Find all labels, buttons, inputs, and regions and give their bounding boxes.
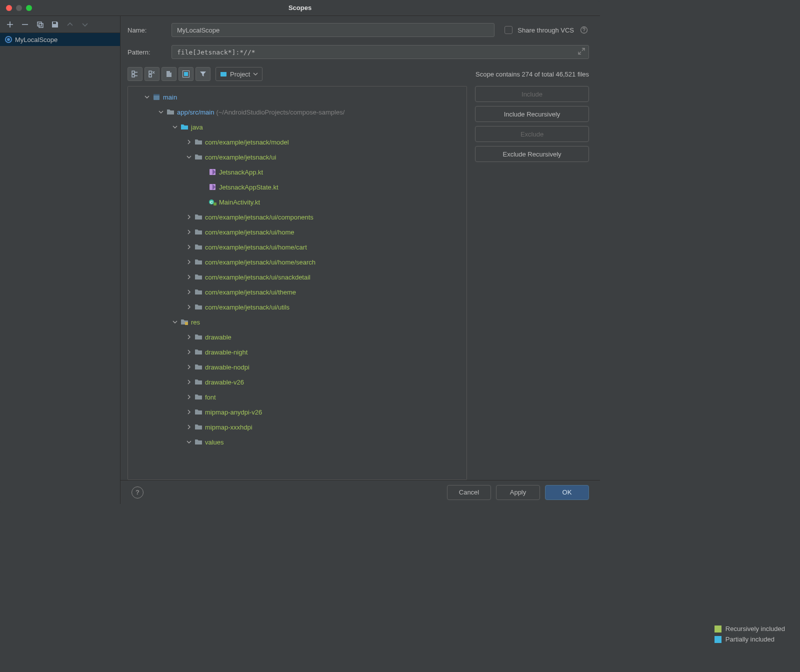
collapse-all-button[interactable] [144, 67, 160, 81]
name-label: Name: [128, 26, 166, 34]
chevron-right-icon[interactable] [185, 213, 193, 221]
tree-path-suffix: (~/AndroidStudioProjects/compose-samples… [216, 108, 344, 116]
tree-node[interactable]: app/src/main(~/AndroidStudioProjects/com… [128, 104, 466, 120]
folder-icon [194, 272, 203, 282]
chevron-down-icon[interactable] [171, 318, 179, 326]
scopes-dialog: Scopes MyLocalScope Name: [0, 0, 600, 504]
include-button[interactable]: Include [475, 86, 589, 102]
tree-node[interactable]: mipmap-xxxhdpi [128, 420, 466, 434]
ok-button[interactable]: OK [545, 485, 589, 500]
folder-icon [194, 138, 203, 146]
tree-node[interactable]: JetsnackApp.kt [128, 164, 466, 180]
share-vcs-checkbox[interactable] [504, 26, 512, 34]
chevron-right-icon[interactable] [185, 348, 193, 356]
folder-icon [194, 288, 203, 296]
tree-node[interactable]: JetsnackAppState.kt [128, 180, 466, 194]
filter-button[interactable] [196, 67, 210, 81]
help-icon[interactable] [579, 24, 589, 36]
chevron-down-icon[interactable] [185, 438, 193, 446]
tree-label: com/example/jetsnack/ui/home/search [205, 258, 316, 266]
include-recursively-button[interactable]: Include Recursively [475, 106, 589, 122]
remove-button[interactable] [18, 18, 32, 31]
tree-node[interactable]: com/example/jetsnack/ui [128, 150, 466, 164]
tree-node[interactable]: com/example/jetsnack/model [128, 134, 466, 150]
chevron-right-icon[interactable] [185, 378, 193, 386]
tree-node[interactable]: drawable-night [128, 344, 466, 360]
folder-icon [194, 302, 203, 312]
tree-label: font [205, 394, 216, 401]
tree-node[interactable]: drawable-v26 [128, 374, 466, 390]
chevron-down-icon[interactable] [143, 93, 151, 101]
chevron-down-icon[interactable] [171, 123, 179, 131]
folder-icon [194, 258, 203, 266]
activity-icon: C [208, 198, 217, 206]
chevron-right-icon[interactable] [185, 363, 193, 371]
chevron-down-icon[interactable] [157, 108, 165, 116]
cancel-button[interactable]: Cancel [447, 485, 491, 500]
tree-label: main [163, 94, 177, 101]
tree-label: com/example/jetsnack/ui/utils [205, 304, 290, 311]
tree-node[interactable]: com/example/jetsnack/ui/theme [128, 284, 466, 300]
chevron-right-icon[interactable] [185, 423, 193, 431]
help-button[interactable]: ? [132, 486, 144, 498]
chevron-right-icon[interactable] [185, 288, 193, 296]
scope-combo[interactable]: Project [216, 67, 262, 81]
chevron-right-icon[interactable] [185, 393, 193, 401]
svg-rect-9 [220, 72, 226, 73]
expand-all-button[interactable] [128, 67, 142, 81]
scope-stats: Scope contains 274 of total 46,521 files [476, 70, 589, 78]
chevron-right-icon[interactable] [185, 243, 193, 251]
svg-point-3 [584, 32, 584, 32]
exclude-recursively-button[interactable]: Exclude Recursively [475, 146, 589, 162]
save-button[interactable] [48, 18, 62, 31]
chevron-down-icon[interactable] [185, 153, 193, 161]
svg-rect-0 [38, 22, 42, 26]
chevron-right-icon[interactable] [185, 138, 193, 146]
add-button[interactable] [3, 18, 17, 31]
tree-node[interactable]: com/example/jetsnack/ui/home [128, 224, 466, 240]
name-input[interactable] [172, 23, 494, 37]
tree-node[interactable]: com/example/jetsnack/ui/utils [128, 300, 466, 314]
tree-node[interactable]: CMainActivity.kt [128, 194, 466, 210]
tree-node[interactable]: font [128, 390, 466, 404]
copy-button[interactable] [33, 18, 47, 31]
tree-node[interactable]: com/example/jetsnack/ui/snackdetail [128, 270, 466, 284]
tree-label: com/example/jetsnack/ui/theme [205, 288, 296, 296]
tree-label: mipmap-anydpi-v26 [205, 408, 262, 416]
tree-node[interactable]: drawable-nodpi [128, 360, 466, 374]
pattern-input[interactable] [172, 45, 589, 59]
scope-list: MyLocalScope [0, 33, 120, 504]
tree-label: com/example/jetsnack/ui/snackdetail [205, 274, 310, 281]
tree-node[interactable]: com/example/jetsnack/ui/components [128, 210, 466, 224]
chevron-right-icon[interactable] [185, 303, 193, 311]
exclude-button[interactable]: Exclude [475, 126, 589, 142]
tree-node[interactable]: mipmap-anydpi-v26 [128, 404, 466, 420]
svg-rect-5 [149, 71, 152, 74]
sidebar-toolbar [0, 16, 120, 33]
file-tree[interactable]: mainapp/src/main(~/AndroidStudioProjects… [128, 86, 467, 480]
folder-icon [166, 108, 175, 116]
chevron-right-icon[interactable] [185, 408, 193, 416]
tree-node[interactable]: com/example/jetsnack/ui/home/cart [128, 240, 466, 254]
scope-item[interactable]: MyLocalScope [0, 33, 120, 46]
chevron-right-icon[interactable] [185, 228, 193, 236]
tree-node[interactable]: java [128, 120, 466, 134]
chevron-right-icon[interactable] [185, 333, 193, 341]
tree-node[interactable]: main [128, 90, 466, 104]
apply-button[interactable]: Apply [496, 485, 540, 500]
tree-label: drawable-v26 [205, 378, 244, 386]
show-files-button[interactable] [162, 67, 176, 81]
folder-icon [194, 392, 203, 402]
tree-label: JetsnackAppState.kt [219, 184, 278, 191]
svg-text:C: C [210, 200, 213, 204]
tree-node[interactable]: res [128, 314, 466, 330]
chevron-right-icon[interactable] [185, 258, 193, 266]
tree-label: MainActivity.kt [219, 198, 260, 206]
titlebar[interactable]: Scopes [0, 0, 600, 16]
tree-node[interactable]: com/example/jetsnack/ui/home/search [128, 254, 466, 270]
tree-node[interactable]: drawable [128, 330, 466, 344]
chevron-right-icon[interactable] [185, 273, 193, 281]
show-included-button[interactable] [178, 67, 194, 81]
expand-icon[interactable] [578, 48, 585, 56]
tree-node[interactable]: values [128, 434, 466, 450]
